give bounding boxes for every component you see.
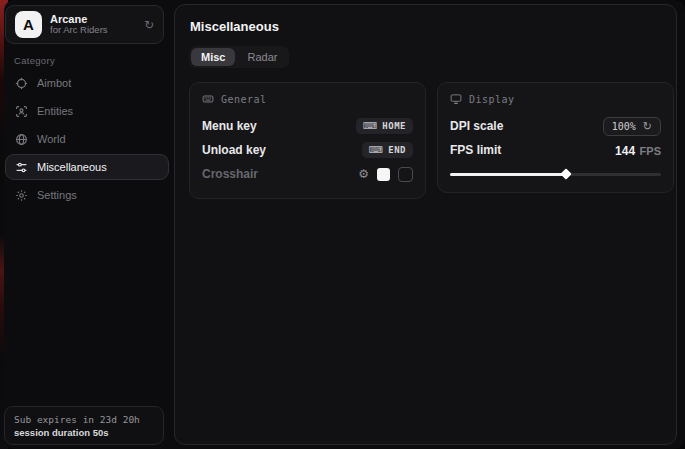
dpi-scale-value: 100% (612, 121, 636, 132)
refresh-icon: ↻ (643, 121, 652, 132)
monitor-icon (450, 93, 462, 105)
display-card: Display DPI scale 100% ↻ FPS limit 144 F… (437, 82, 674, 193)
keyboard-icon: ⌨ (363, 121, 377, 131)
display-card-header: Display (450, 93, 661, 105)
crosshair-settings-icon[interactable]: ⚙ (358, 168, 369, 180)
entity-scan-icon (15, 105, 28, 118)
session-duration-text: session duration 50s (14, 427, 154, 438)
crosshair-row: Crosshair ⚙ (202, 162, 413, 186)
general-card-title: General (221, 94, 267, 105)
dpi-scale-row: DPI scale 100% ↻ (450, 114, 661, 138)
general-card: General Menu key ⌨ HOME Unload key ⌨ END… (189, 82, 426, 199)
app-header-card: A Arcane for Arc Riders ↻ (5, 5, 164, 44)
fps-limit-value: 144 (615, 144, 635, 158)
sidebar-item-label: Entities (37, 105, 73, 117)
unload-key-bind-button[interactable]: ⌨ END (362, 142, 413, 158)
globe-icon (15, 133, 28, 146)
main-panel: Miscellaneous Misc Radar General Menu ke… (174, 4, 677, 445)
tab-bar: Misc Radar (189, 46, 289, 68)
sidebar-item-aimbot[interactable]: Aimbot (5, 70, 169, 96)
slider-fill (450, 173, 566, 176)
avatar: A (15, 11, 42, 38)
sidebar-item-label: World (37, 133, 66, 145)
display-card-title: Display (469, 94, 515, 105)
sidebar-item-label: Aimbot (37, 77, 71, 89)
fps-limit-value-group: 144 FPS (615, 141, 661, 159)
category-label: Category (14, 55, 55, 66)
keyboard-icon (202, 93, 214, 105)
fps-limit-row: FPS limit 144 FPS (450, 138, 661, 162)
crosshair-checkbox[interactable] (398, 167, 413, 182)
settings-cards: General Menu key ⌨ HOME Unload key ⌨ END… (189, 82, 674, 199)
fps-limit-label: FPS limit (450, 143, 501, 157)
sidebar-item-entities[interactable]: Entities (5, 98, 169, 124)
dpi-scale-selector[interactable]: 100% ↻ (603, 117, 661, 136)
tab-misc[interactable]: Misc (191, 48, 235, 66)
unload-key-label: Unload key (202, 143, 266, 157)
sliders-icon (15, 161, 28, 174)
keyboard-icon: ⌨ (369, 145, 383, 155)
crosshair-controls: ⚙ (358, 167, 413, 182)
sidebar-item-label: Miscellaneous (37, 161, 107, 173)
menu-key-label: Menu key (202, 119, 257, 133)
app-subtitle: for Arc Riders (50, 25, 136, 36)
dpi-scale-label: DPI scale (450, 119, 503, 133)
fps-limit-unit: FPS (640, 145, 661, 157)
general-card-header: General (202, 93, 413, 105)
sidebar-item-settings[interactable]: Settings (5, 182, 169, 208)
menu-key-row: Menu key ⌨ HOME (202, 114, 413, 138)
fps-limit-slider[interactable] (450, 168, 661, 180)
menu-key-bind-button[interactable]: ⌨ HOME (356, 118, 413, 134)
app-header-meta: Arcane for Arc Riders (50, 13, 136, 37)
sidebar: A Arcane for Arc Riders ↻ Category Aimbo… (0, 0, 174, 449)
gear-icon (15, 189, 28, 202)
sync-icon[interactable]: ↻ (144, 18, 154, 32)
sidebar-item-world[interactable]: World (5, 126, 169, 152)
page-title: Miscellaneous (190, 19, 279, 34)
unload-key-row: Unload key ⌨ END (202, 138, 413, 162)
sidebar-nav: Aimbot Entities World Miscellaneous Sett… (5, 70, 169, 208)
sidebar-item-label: Settings (37, 189, 77, 201)
sidebar-item-miscellaneous[interactable]: Miscellaneous (5, 154, 169, 180)
unload-key-value: END (388, 145, 406, 155)
tab-radar[interactable]: Radar (237, 48, 287, 66)
sub-expiry-text: Sub expires in 23d 20h (14, 414, 154, 425)
crosshair-color-swatch[interactable] (377, 168, 390, 181)
crosshair-label: Crosshair (202, 167, 258, 181)
crosshair-icon (15, 77, 28, 90)
slider-thumb[interactable] (560, 168, 571, 179)
subscription-card: Sub expires in 23d 20h session duration … (4, 406, 164, 445)
menu-key-value: HOME (382, 121, 406, 131)
